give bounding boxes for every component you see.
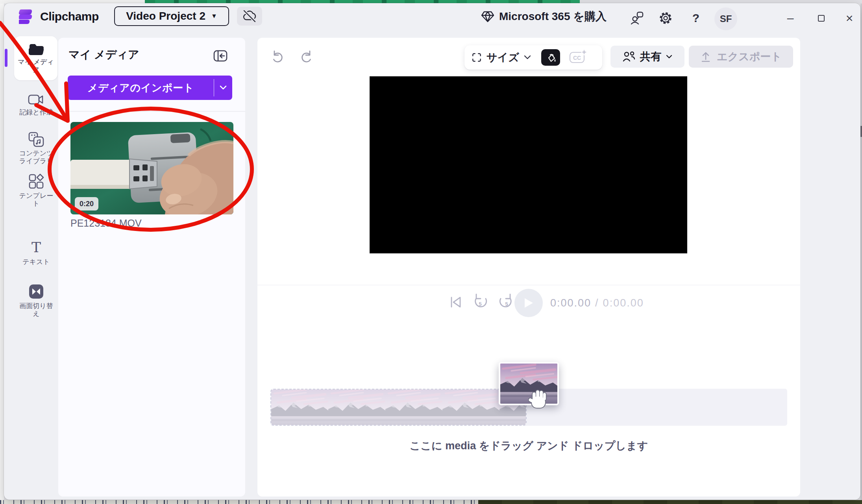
app-title: Clipchamp bbox=[40, 10, 99, 23]
import-options-button[interactable] bbox=[214, 76, 232, 100]
window-maximize-button[interactable] bbox=[813, 10, 829, 26]
desktop-strip bbox=[0, 500, 478, 504]
forward-5-seconds-button[interactable]: 5 bbox=[497, 294, 514, 312]
panel-divider bbox=[58, 111, 245, 112]
project-name: Video Project 2 bbox=[126, 10, 205, 22]
export-label: エクスポート bbox=[717, 50, 782, 64]
rewind-5-icon: 5 bbox=[472, 294, 490, 311]
buy-365-label: Microsoft 365 を購入 bbox=[499, 9, 607, 24]
collapse-panel-button[interactable] bbox=[210, 46, 231, 66]
feedback-person-icon bbox=[631, 11, 644, 25]
avatar-initials: SF bbox=[720, 13, 732, 24]
rewind-seconds-label: 5 bbox=[479, 301, 481, 307]
window-minimize-button[interactable]: – bbox=[782, 10, 798, 26]
captions-label: CC bbox=[573, 55, 581, 61]
sidebar-item-transitions[interactable]: 画面切り替え bbox=[14, 283, 58, 318]
premium-diamond-icon bbox=[481, 10, 494, 23]
redo-icon bbox=[299, 50, 313, 64]
editor-canvas-panel: サイズ CC bbox=[257, 38, 800, 497]
timeline-drop-preview-filmstrip bbox=[270, 389, 527, 426]
buy-microsoft-365-button[interactable]: Microsoft 365 を購入 bbox=[481, 8, 607, 25]
chevron-down-icon bbox=[219, 85, 227, 90]
grab-hand-cursor bbox=[528, 388, 549, 414]
timeline-drop-hint: ここに media をドラッグ アンド ドロップします bbox=[257, 439, 800, 453]
close-icon: × bbox=[846, 11, 853, 26]
import-media-label: メディアのインポート bbox=[68, 76, 214, 100]
sidebar-item-text[interactable]: T テキスト bbox=[14, 240, 58, 266]
svg-text:T: T bbox=[31, 240, 41, 255]
account-avatar[interactable]: SF bbox=[714, 7, 737, 30]
minimize-icon: – bbox=[787, 11, 794, 25]
app-brand: Clipchamp bbox=[19, 9, 99, 24]
media-panel-title: マイ メディア bbox=[68, 47, 139, 62]
chevron-down-icon bbox=[524, 55, 531, 60]
clipchamp-logo-icon bbox=[19, 9, 34, 24]
collapse-panel-icon bbox=[213, 50, 228, 62]
paint-bucket-icon bbox=[545, 52, 557, 63]
sidebar-item-label: テンプレート bbox=[17, 192, 56, 208]
desktop-strip bbox=[478, 500, 862, 504]
import-media-button[interactable]: メディアのインポート bbox=[68, 76, 232, 100]
desktop-strip bbox=[0, 4, 4, 500]
divider bbox=[257, 285, 800, 285]
chevron-down-icon: ▼ bbox=[211, 13, 217, 20]
undo-button[interactable] bbox=[271, 50, 285, 65]
clipchamp-window: Clipchamp Video Project 2 ▼ Microsoft 36… bbox=[4, 3, 860, 500]
settings-button[interactable] bbox=[657, 10, 675, 26]
resize-icon bbox=[472, 52, 482, 63]
time-display: 0:00.00 / 0:00.00 bbox=[550, 296, 644, 310]
rewind-5-seconds-button[interactable]: 5 bbox=[472, 294, 490, 312]
video-preview[interactable] bbox=[370, 76, 687, 253]
filmstrip-frame bbox=[385, 390, 442, 426]
sidebar-item-templates[interactable]: テンプレート bbox=[14, 173, 58, 208]
my-media-panel: マイ メディア メディアのインポート bbox=[58, 38, 245, 497]
skip-to-start-button[interactable] bbox=[448, 294, 464, 312]
background-color-button[interactable] bbox=[541, 49, 560, 66]
play-button[interactable] bbox=[514, 289, 543, 317]
window-close-button[interactable]: × bbox=[842, 10, 857, 26]
clip-filename: PE123184.MOV bbox=[70, 218, 233, 229]
sidebar-item-label: 画面切り替え bbox=[17, 302, 56, 318]
undo-icon bbox=[271, 50, 285, 64]
redo-button[interactable] bbox=[299, 50, 313, 65]
play-icon bbox=[523, 297, 534, 309]
content-library-icon bbox=[28, 131, 44, 147]
sidebar-item-label: テキスト bbox=[17, 258, 56, 266]
question-mark-icon: ? bbox=[692, 11, 699, 25]
people-icon bbox=[623, 51, 635, 62]
captions-button[interactable]: CC bbox=[569, 49, 587, 66]
sidebar-item-content-library[interactable]: コンテンツ ライブラリ bbox=[14, 131, 58, 165]
help-button[interactable]: ? bbox=[688, 10, 704, 26]
sidebar-item-label: 記録と作成 bbox=[17, 109, 56, 116]
cloud-sync-off-button[interactable] bbox=[237, 7, 262, 26]
sidebar-item-label: コンテンツ ライブラリ bbox=[17, 150, 56, 165]
templates-icon bbox=[28, 173, 44, 190]
cloud-off-icon bbox=[242, 9, 257, 23]
canvas-toolbar: サイズ CC bbox=[464, 45, 602, 70]
current-time: 0:00.00 bbox=[550, 297, 591, 309]
share-label: 共有 bbox=[640, 50, 661, 64]
export-button[interactable]: エクスポート bbox=[689, 46, 793, 68]
size-button[interactable]: サイズ bbox=[486, 50, 519, 65]
text-icon: T bbox=[28, 240, 44, 256]
maximize-icon bbox=[818, 15, 825, 22]
gear-icon bbox=[659, 11, 673, 25]
sidebar-item-label: マイ メディア bbox=[16, 58, 55, 74]
forward-seconds-label: 5 bbox=[505, 301, 508, 307]
export-upload-icon bbox=[700, 51, 711, 63]
total-time: 0:00.00 bbox=[603, 297, 644, 309]
project-name-button[interactable]: Video Project 2 ▼ bbox=[114, 6, 229, 26]
filmstrip-frame bbox=[328, 390, 385, 426]
forward-5-icon: 5 bbox=[497, 294, 514, 311]
sidebar-item-record-create[interactable]: 記録と作成 bbox=[14, 93, 58, 116]
clip-duration-badge: 0:20 bbox=[75, 197, 98, 210]
share-button[interactable]: 共有 bbox=[610, 46, 684, 68]
transitions-icon bbox=[28, 283, 44, 300]
media-clip-card[interactable]: 0:20 PE123184.MOV bbox=[70, 122, 233, 229]
desktop-strip bbox=[860, 126, 862, 137]
chevron-down-icon bbox=[666, 55, 672, 59]
folder-icon bbox=[28, 42, 44, 56]
media-clip-thumbnail[interactable]: 0:20 bbox=[70, 122, 233, 214]
feedback-button[interactable] bbox=[628, 10, 646, 26]
sidebar-item-my-media[interactable]: マイ メディア bbox=[14, 36, 57, 80]
